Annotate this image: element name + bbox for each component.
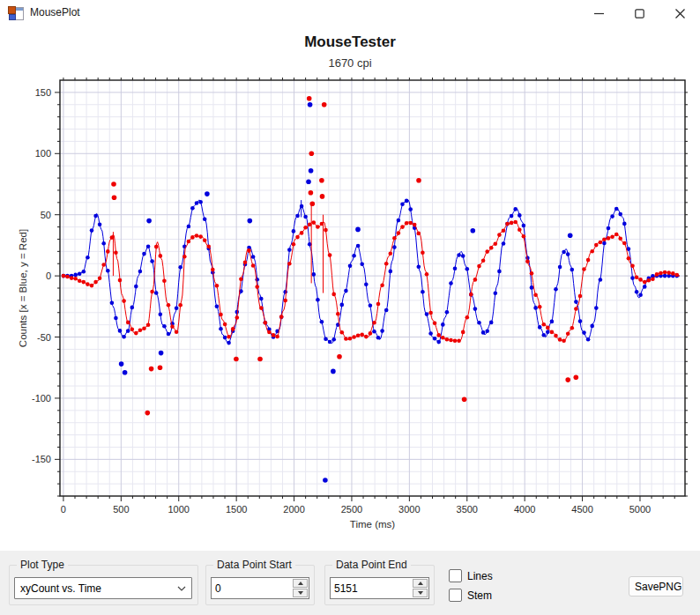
data-point-dot bbox=[663, 274, 667, 278]
data-point-dot bbox=[356, 244, 361, 248]
data-point-dot bbox=[397, 219, 401, 223]
data-point-dot bbox=[590, 324, 594, 329]
control-panel: Plot Type xyCount vs. Time Data Point St… bbox=[0, 551, 700, 615]
data-point-dot bbox=[522, 234, 526, 239]
chevron-down-icon bbox=[172, 586, 191, 591]
data-point-dot bbox=[530, 271, 534, 276]
data-point-dot bbox=[369, 331, 373, 336]
plot-type-combobox[interactable]: xyCount vs. Time bbox=[14, 577, 192, 599]
data-point-dot bbox=[150, 259, 154, 263]
outlier-dot bbox=[158, 365, 163, 370]
data-point-dot bbox=[259, 306, 264, 310]
arrow-up-icon bbox=[298, 582, 303, 585]
plot-type-group: Plot Type xyCount vs. Time bbox=[9, 565, 198, 605]
data-point-dot bbox=[178, 303, 182, 308]
data-point-dot bbox=[562, 338, 566, 343]
data-point-dot bbox=[159, 312, 163, 316]
y-tick-label: 0 bbox=[46, 270, 51, 281]
data-point-dot bbox=[675, 273, 680, 278]
close-icon bbox=[675, 9, 685, 19]
data-point-dot bbox=[599, 241, 603, 245]
data-point-dot bbox=[264, 321, 268, 325]
spinner-down-button[interactable] bbox=[413, 589, 428, 597]
data-point-dot bbox=[494, 292, 498, 296]
stem-checkbox[interactable] bbox=[449, 589, 462, 602]
data-point-dot bbox=[530, 285, 534, 290]
outlier-dot bbox=[568, 233, 573, 239]
data-point-dot bbox=[461, 254, 465, 258]
data-point-dot bbox=[602, 237, 607, 241]
outlier-dot bbox=[462, 397, 467, 403]
savepng-button[interactable]: SavePNG bbox=[629, 576, 683, 596]
data-point-dot bbox=[122, 335, 126, 339]
data-point-dot bbox=[643, 280, 647, 285]
data-point-dot bbox=[154, 291, 159, 295]
data-point-dot bbox=[175, 330, 179, 334]
data-point-dot bbox=[550, 330, 555, 335]
data-point-dot bbox=[272, 333, 276, 337]
maximize-button[interactable] bbox=[619, 0, 659, 26]
y-tick-label: 50 bbox=[41, 210, 51, 220]
outlier-dot bbox=[123, 370, 128, 375]
data-point-dot bbox=[417, 232, 421, 236]
data-point-dot bbox=[287, 262, 292, 266]
data-point-start-input[interactable] bbox=[212, 578, 292, 598]
data-point-dot bbox=[295, 235, 300, 240]
data-point-dot bbox=[118, 329, 123, 333]
data-point-dot bbox=[279, 315, 284, 319]
data-point-dot bbox=[331, 293, 336, 297]
lines-checkbox[interactable] bbox=[449, 569, 462, 582]
data-point-dot bbox=[328, 253, 332, 257]
data-point-dot bbox=[477, 264, 481, 269]
data-point-dot bbox=[590, 249, 594, 254]
spinner-up-button[interactable] bbox=[413, 579, 428, 588]
data-point-dot bbox=[195, 201, 199, 205]
data-point-dot bbox=[473, 278, 478, 282]
data-point-dot bbox=[582, 330, 586, 335]
data-point-dot bbox=[389, 270, 393, 274]
data-point-dot bbox=[510, 221, 514, 226]
data-point-dot bbox=[542, 322, 547, 327]
data-point-dot bbox=[308, 223, 312, 227]
outlier-dot bbox=[310, 201, 316, 206]
close-button[interactable] bbox=[659, 0, 700, 26]
data-point-dot bbox=[235, 310, 240, 315]
data-point-dot bbox=[477, 321, 481, 325]
outlier-dot bbox=[565, 377, 570, 382]
data-point-dot bbox=[162, 278, 167, 283]
data-point-dot bbox=[538, 305, 542, 309]
data-point-dot bbox=[566, 252, 570, 256]
outlier-dot bbox=[111, 182, 116, 187]
outlier-dot bbox=[319, 178, 324, 183]
plot-type-group-label: Plot Type bbox=[17, 559, 68, 571]
data-point-dot bbox=[360, 263, 364, 267]
data-point-dot bbox=[182, 255, 187, 259]
data-point-dot bbox=[287, 248, 292, 252]
data-point-dot bbox=[635, 276, 639, 280]
data-point-dot bbox=[376, 336, 381, 340]
data-point-dot bbox=[485, 249, 489, 254]
data-point-dot bbox=[651, 278, 655, 282]
data-point-dot bbox=[219, 313, 223, 317]
data-point-dot bbox=[638, 293, 643, 297]
data-point-dot bbox=[235, 315, 240, 320]
data-point-dot bbox=[513, 220, 518, 225]
data-point-dot bbox=[522, 224, 526, 228]
data-point-dot bbox=[203, 239, 207, 243]
spinner-down-button[interactable] bbox=[293, 589, 308, 597]
data-point-dot bbox=[542, 333, 547, 337]
data-point-dot bbox=[465, 315, 470, 320]
outlier-dot bbox=[416, 178, 421, 183]
data-point-dot bbox=[550, 320, 555, 324]
data-point-dot bbox=[635, 290, 639, 294]
minimize-button[interactable] bbox=[578, 0, 619, 26]
data-point-dot bbox=[425, 272, 429, 277]
data-point-end-input[interactable] bbox=[331, 578, 412, 598]
outlier-dot bbox=[309, 190, 314, 196]
data-point-dot bbox=[126, 329, 130, 333]
spinner-up-button[interactable] bbox=[293, 579, 308, 588]
data-point-dot bbox=[405, 221, 409, 226]
y-tick-label: -50 bbox=[37, 332, 51, 343]
data-point-dot bbox=[436, 333, 441, 337]
data-point-dot bbox=[433, 322, 437, 326]
